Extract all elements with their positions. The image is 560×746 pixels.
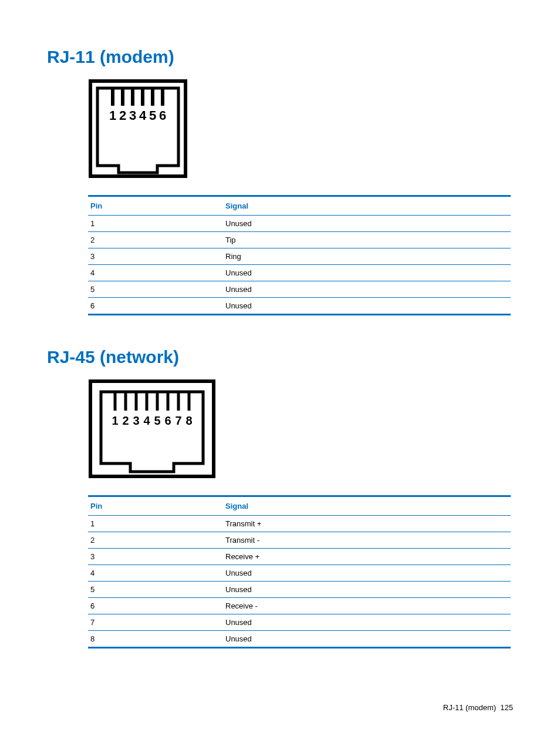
table-row: 2Tip: [88, 232, 511, 248]
rj45-jack-diagram: 1 2 3 4 5 6 7 8: [88, 379, 513, 479]
table-row: 3Ring: [88, 248, 511, 265]
cell-pin: 5: [88, 281, 223, 298]
cell-signal: Unused: [223, 265, 511, 281]
cell-signal: Receive +: [223, 549, 511, 565]
pin-label: 3: [133, 414, 139, 427]
cell-signal: Unused: [223, 631, 511, 648]
cell-signal: Transmit -: [223, 532, 511, 549]
pin-label: 2: [122, 414, 129, 427]
cell-signal: Unused: [223, 281, 511, 298]
pin-label: 3: [129, 108, 136, 123]
cell-signal: Unused: [223, 216, 511, 232]
pin-label: 5: [149, 108, 156, 123]
pin-label: 7: [175, 414, 181, 427]
cell-signal: Unused: [223, 298, 511, 315]
pin-label: 4: [139, 108, 147, 123]
cell-pin: 3: [88, 549, 223, 565]
table-row: 4Unused: [88, 265, 511, 281]
pin-label: 6: [164, 414, 171, 427]
table-row: 8Unused: [88, 631, 511, 648]
rj45-jack-icon: 1 2 3 4 5 6 7 8: [88, 379, 216, 479]
table-row: 3Receive +: [88, 549, 511, 565]
footer-page-number: 125: [500, 703, 513, 712]
pin-label: 2: [119, 108, 126, 123]
cell-signal: Receive -: [223, 598, 511, 614]
table-row: 7Unused: [88, 614, 511, 631]
section-heading-rj11: RJ-11 (modem): [47, 47, 513, 67]
pin-label: 1: [109, 108, 116, 123]
page-footer: RJ-11 (modem) 125: [443, 703, 513, 712]
rj11-jack-diagram: 1 2 3 4 5 6: [88, 79, 513, 179]
table-row: 5Unused: [88, 582, 511, 598]
table-row: 6Unused: [88, 298, 511, 315]
cell-pin: 6: [88, 298, 223, 315]
table-row: 6Receive -: [88, 598, 511, 614]
cell-pin: 2: [88, 532, 223, 549]
table-row: 2Transmit -: [88, 532, 511, 549]
table-row: 5Unused: [88, 281, 511, 298]
cell-signal: Ring: [223, 248, 511, 265]
col-header-pin: Pin: [88, 196, 223, 216]
pin-label: 4: [143, 414, 150, 427]
pin-label: 6: [159, 108, 166, 123]
rj11-pinout-table: Pin Signal 1Unused 2Tip 3Ring 4Unused 5U…: [88, 195, 511, 315]
cell-pin: 1: [88, 516, 223, 532]
col-header-pin: Pin: [88, 496, 223, 516]
cell-signal: Unused: [223, 565, 511, 582]
col-header-signal: Signal: [223, 196, 511, 216]
cell-pin: 2: [88, 232, 223, 248]
cell-signal: Unused: [223, 582, 511, 598]
svg-rect-0: [90, 81, 185, 176]
footer-section-name: RJ-11 (modem): [443, 703, 496, 712]
rj11-jack-icon: 1 2 3 4 5 6: [88, 79, 188, 179]
cell-signal: Unused: [223, 614, 511, 631]
table-row: 4Unused: [88, 565, 511, 582]
section-heading-rj45: RJ-45 (network): [47, 347, 513, 367]
cell-pin: 8: [88, 631, 223, 648]
table-row: 1Unused: [88, 216, 511, 232]
cell-pin: 4: [88, 265, 223, 281]
rj45-pinout-table: Pin Signal 1Transmit + 2Transmit - 3Rece…: [88, 495, 511, 648]
pin-label: 5: [154, 414, 160, 427]
cell-pin: 6: [88, 598, 223, 614]
pin-label: 1: [112, 414, 118, 427]
cell-pin: 4: [88, 565, 223, 582]
cell-pin: 5: [88, 582, 223, 598]
cell-pin: 7: [88, 614, 223, 631]
cell-pin: 1: [88, 216, 223, 232]
col-header-signal: Signal: [223, 496, 511, 516]
cell-signal: Tip: [223, 232, 511, 248]
cell-pin: 3: [88, 248, 223, 265]
table-row: 1Transmit +: [88, 516, 511, 532]
cell-signal: Transmit +: [223, 516, 511, 532]
pin-label: 8: [185, 414, 192, 427]
